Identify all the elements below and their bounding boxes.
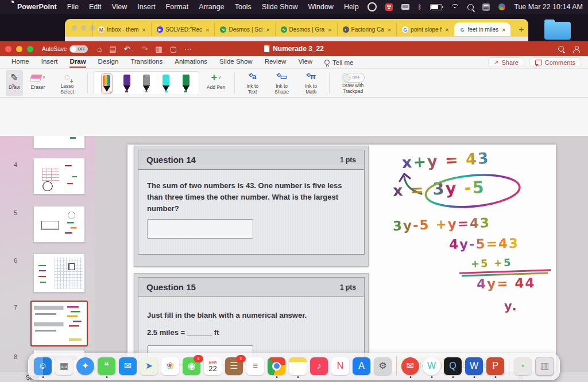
ribbon-tab-draw[interactable]: Draw — [69, 57, 86, 68]
new-slide-icon[interactable]: ▢ — [170, 45, 177, 53]
slide-thumbnail-4[interactable] — [33, 158, 85, 194]
slide-thumbnail-partial[interactable] — [33, 136, 85, 149]
dock-facetime-icon[interactable]: ◉1 — [183, 357, 200, 375]
browser-tab[interactable]: ▶SOLVED:"Rec× — [151, 22, 214, 37]
dock-news-icon[interactable]: N — [331, 357, 349, 375]
question-14-image[interactable]: Question 14 1 pts The sum of two numbers… — [134, 146, 369, 267]
document-title[interactable]: Numerade 3_22 — [273, 45, 324, 53]
dock-music-icon[interactable]: ♪ — [310, 357, 328, 375]
account-icon[interactable] — [573, 46, 580, 52]
bluetooth-icon[interactable]: ᛒ — [418, 3, 422, 10]
menu-item-tools[interactable]: Tools — [235, 3, 252, 11]
ribbon-tab-insert[interactable]: Insert — [41, 57, 58, 68]
dock-calendar-icon[interactable]: MAR22 — [204, 357, 222, 375]
ink-to-shape-button[interactable]: ⟲▭ Ink to Shape — [269, 70, 295, 96]
tab-close-icon[interactable]: × — [445, 26, 448, 33]
siri-icon[interactable] — [498, 3, 505, 10]
battery-icon[interactable] — [430, 4, 442, 10]
dock-gmail-icon[interactable]: ✉ — [401, 357, 419, 375]
browser-tab[interactable]: ∿Desmos | Sci× — [214, 22, 274, 37]
dock-settings-icon[interactable]: ⚙ — [374, 357, 392, 375]
ink-to-text-button[interactable]: ⟲a Ink to Text — [241, 70, 265, 96]
pen-#8f8f94[interactable] — [141, 73, 152, 94]
browser-window-controls[interactable] — [72, 25, 95, 30]
ribbon-tab-transitions[interactable]: Transitions — [130, 57, 163, 68]
dock-maps-icon[interactable]: ➤ — [140, 357, 158, 375]
pen-#38dede[interactable] — [160, 73, 172, 94]
tab-close-icon[interactable]: × — [328, 26, 331, 33]
dock-mail-icon[interactable]: ✉ — [119, 357, 137, 375]
dock-powerpoint-icon[interactable]: P — [486, 357, 504, 375]
menu-item-arrange[interactable]: Arrange — [199, 3, 224, 11]
menu-item-window[interactable]: Window — [308, 3, 333, 11]
dock-photos-icon[interactable]: ❀ — [161, 357, 179, 375]
browser-tab[interactable]: Gfeet in miles× — [454, 22, 511, 37]
ribbon-tab-design[interactable]: Design — [98, 57, 119, 68]
browser-tab[interactable]: ◐Factoring Ca× — [337, 22, 397, 37]
ribbon-tab-animations[interactable]: Animations — [175, 57, 207, 68]
dock-messages-icon[interactable]: ❝ — [98, 357, 115, 375]
browser-tab[interactable]: Gpoint slope f× — [396, 22, 454, 37]
tab-close-icon[interactable]: × — [206, 26, 209, 33]
dock-numerade-icon[interactable]: W — [423, 357, 440, 375]
desktop-folder-icon[interactable] — [544, 22, 571, 40]
dock-contacts-icon[interactable]: ☰1 — [225, 357, 243, 375]
more-commands-icon[interactable]: ⋯ — [184, 45, 192, 53]
dock-notes-icon[interactable] — [289, 357, 307, 375]
save-icon[interactable]: ▤ — [109, 45, 116, 53]
dock-trash-icon[interactable]: ▥ — [535, 357, 554, 376]
undo-icon[interactable]: ↶∨ — [124, 45, 134, 53]
draw-tool-button[interactable]: ✎ Draw — [6, 70, 23, 96]
trackpad-toggle[interactable]: OFF — [342, 73, 365, 83]
autosave-control[interactable]: AutoSave OFF — [42, 45, 88, 53]
ribbon-tab-review[interactable]: Review — [265, 57, 287, 68]
pen-#1e8a4c[interactable] — [180, 73, 192, 94]
slide-thumbnail-5[interactable] — [33, 206, 85, 243]
comments-button[interactable]: Comments — [529, 57, 581, 67]
display-menu-icon[interactable] — [401, 4, 409, 10]
dock-word-icon[interactable]: W — [465, 357, 483, 375]
pen-rainbow[interactable] — [101, 73, 113, 93]
close-button[interactable] — [5, 46, 11, 52]
browser-tab[interactable]: ∿Desmos | Gra× — [275, 22, 337, 37]
tab-close-icon[interactable]: × — [502, 26, 505, 33]
control-center-icon[interactable] — [482, 3, 490, 11]
menu-item-view[interactable]: View — [111, 3, 127, 11]
screen-record-icon[interactable] — [368, 2, 377, 11]
minimize-button[interactable] — [16, 46, 22, 52]
share-button[interactable]: ↗ Share — [488, 57, 524, 67]
zoom-button[interactable] — [27, 46, 33, 52]
question-14-answer-input[interactable] — [147, 219, 253, 239]
menu-app-name[interactable]: PowerPoint — [17, 3, 57, 11]
lasso-select-button[interactable]: ◌ Lasso Select — [53, 70, 82, 96]
ribbon-tab-slide-show[interactable]: Slide Show — [219, 57, 253, 68]
dock-quicktime-icon[interactable]: Q — [444, 357, 462, 375]
search-icon[interactable] — [558, 46, 564, 52]
dock-chrome-icon[interactable] — [268, 357, 285, 375]
menu-item-file[interactable]: File — [67, 3, 79, 11]
home-icon[interactable]: ⌂ — [97, 45, 102, 53]
dock-safari-icon[interactable]: ✦ — [76, 357, 94, 375]
menu-clock[interactable]: Tue Mar 22 10:14 AM — [514, 3, 583, 11]
slide-thumbnail-7[interactable] — [30, 301, 88, 346]
slide-7[interactable]: Question 14 1 pts The sum of two numbers… — [127, 145, 556, 382]
menu-item-edit[interactable]: Edit — [89, 3, 102, 11]
menu-item-slide-show[interactable]: Slide Show — [262, 3, 298, 11]
menu-item-format[interactable]: Format — [166, 3, 189, 11]
draw-with-trackpad-control[interactable]: OFF Draw with Trackpad — [335, 70, 371, 96]
slide-thumbnail-6[interactable] — [33, 254, 85, 293]
new-tab-button[interactable]: + — [519, 24, 524, 34]
add-pen-button[interactable]: +∨ Add Pen — [204, 70, 229, 96]
red-app-menu-icon[interactable] — [385, 3, 393, 11]
browser-tab[interactable]: MInbox - them× — [92, 22, 151, 37]
menu-item-help[interactable]: Help — [344, 3, 359, 11]
dock-launchpad-icon[interactable]: ▦ — [55, 357, 73, 375]
tab-close-icon[interactable]: × — [388, 26, 391, 33]
browser-minimize-button[interactable] — [81, 25, 86, 30]
ink-to-math-button[interactable]: ⟲π Ink to Math — [299, 70, 323, 96]
tab-close-icon[interactable]: × — [142, 26, 146, 33]
dock-appstore-icon[interactable]: A — [353, 357, 370, 375]
ribbon-tab-home[interactable]: Home — [11, 57, 29, 68]
tell-me-control[interactable]: Tell me — [324, 59, 353, 66]
eraser-tool-button[interactable]: ∨ Eraser — [28, 70, 48, 96]
